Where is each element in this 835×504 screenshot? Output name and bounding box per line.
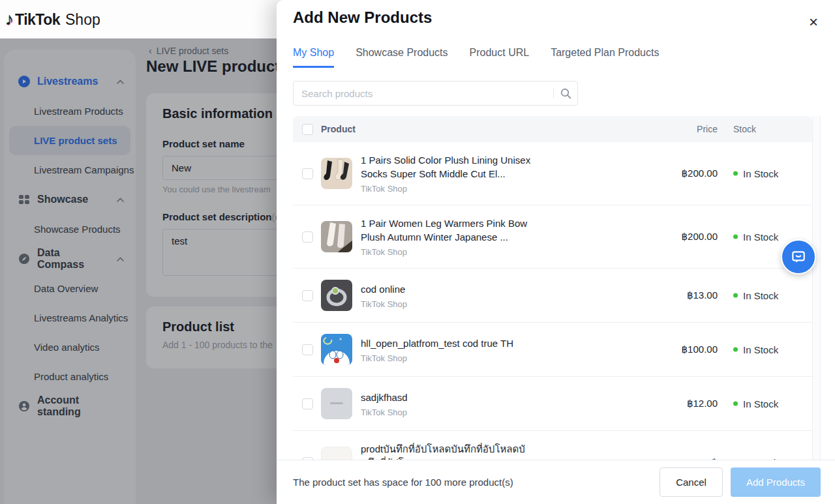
column-price: Price	[697, 124, 718, 134]
search-icon[interactable]	[554, 88, 577, 99]
product-stock: In Stock	[733, 231, 778, 243]
product-stock: In Stock	[733, 398, 778, 409]
stock-label: In Stock	[743, 231, 778, 243]
stock-label: In Stock	[743, 344, 778, 355]
table-row[interactable]: sadjkfhasd TikTok Shop ฿12.00 In Stock	[293, 377, 812, 431]
add-new-products-drawer: Add New Products × My Shop Showcase Prod…	[277, 0, 835, 504]
product-price: ฿100.00	[682, 344, 718, 355]
product-name: 1 Pair Women Leg Warmers Pink Bow Plush …	[361, 216, 532, 244]
table-row[interactable]: 1 Pairs Solid Color Plush Lining Unisex …	[293, 142, 812, 205]
product-image-placeholder	[321, 388, 352, 419]
product-name: hll_open_platfrom_test cod true TH	[361, 336, 513, 350]
in-stock-dot-icon	[733, 235, 738, 239]
tab-targeted-plan-products[interactable]: Targeted Plan Products	[551, 47, 659, 68]
tab-product-url[interactable]: Product URL	[470, 47, 530, 68]
stock-label: In Stock	[743, 168, 778, 179]
capacity-note: The product set has space for 100 more p…	[293, 477, 660, 488]
product-image-doraemon	[321, 334, 352, 365]
product-info: 1 Pairs Solid Color Plush Lining Unisex …	[361, 153, 532, 194]
table-header: Product Price Stock	[293, 116, 812, 142]
product-name: cod online	[361, 282, 407, 296]
column-stock: Stock	[733, 124, 756, 134]
product-shop: TikTok Shop	[361, 299, 407, 309]
product-shop: TikTok Shop	[361, 353, 513, 363]
table-row[interactable]: prodtบันทึกที่อัปโหลดบันทึกที่อัปโหลดบัน…	[293, 431, 812, 460]
table-row[interactable]: cod online TikTok Shop ฿13.00 In Stock	[293, 269, 812, 323]
product-stock: In Stock	[733, 290, 778, 301]
product-info: cod online TikTok Shop	[361, 282, 407, 309]
product-name: prodtบันทึกที่อัปโหลดบันทึกที่อัปโหลดบัน…	[361, 442, 532, 460]
tab-showcase-products[interactable]: Showcase Products	[356, 47, 448, 68]
product-name: 1 Pairs Solid Color Plush Lining Unisex …	[361, 153, 532, 181]
product-shop: TikTok Shop	[361, 408, 408, 417]
tiktok-shop-logo[interactable]: ♪ TikTok Shop	[5, 9, 100, 29]
product-stock: In Stock	[733, 168, 778, 179]
product-info: hll_open_platfrom_test cod true TH TikTo…	[361, 336, 513, 363]
drawer-tabs: My Shop Showcase Products Product URL Ta…	[293, 47, 659, 68]
product-info: 1 Pair Women Leg Warmers Pink Bow Plush …	[361, 216, 532, 257]
brand-tiktok: TikTok	[15, 11, 60, 29]
in-stock-dot-icon	[733, 348, 738, 352]
tiktok-note-icon: ♪	[5, 9, 14, 29]
product-shop: TikTok Shop	[361, 247, 532, 257]
row-checkbox[interactable]	[302, 231, 313, 243]
row-checkbox[interactable]	[302, 344, 313, 355]
product-image-bear	[321, 447, 352, 460]
in-stock-dot-icon	[733, 171, 738, 176]
row-checkbox[interactable]	[302, 168, 313, 179]
in-stock-dot-icon	[733, 402, 738, 406]
drawer-footer: The product set has space for 100 more p…	[277, 460, 835, 504]
stock-label: In Stock	[743, 398, 778, 409]
table-row[interactable]: 1 Pair Women Leg Warmers Pink Bow Plush …	[293, 205, 812, 269]
product-price: ฿200.00	[682, 231, 718, 243]
product-shop: TikTok Shop	[361, 184, 532, 194]
row-checkbox[interactable]	[302, 398, 313, 409]
product-stock: In Stock	[733, 344, 778, 355]
brand-shop: Shop	[65, 11, 100, 29]
chat-bubble-icon	[790, 248, 807, 265]
stock-label: In Stock	[743, 290, 778, 301]
product-info: prodtบันทึกที่อัปโหลดบันทึกที่อัปโหลดบัน…	[361, 442, 532, 460]
product-price: ฿12.00	[687, 398, 718, 409]
list-scrollbar[interactable]	[812, 116, 821, 460]
search-input[interactable]	[294, 88, 553, 99]
select-all-checkbox[interactable]	[302, 124, 313, 135]
product-price: ฿13.00	[687, 289, 718, 301]
product-info: sadjkfhasd TikTok Shop	[361, 391, 408, 417]
search-box	[293, 81, 578, 106]
table-row[interactable]: hll_open_platfrom_test cod true TH TikTo…	[293, 323, 812, 377]
add-products-button[interactable]: Add Products	[731, 467, 821, 497]
product-price: ฿200.00	[682, 168, 718, 179]
product-image-leg-warmers	[321, 221, 352, 252]
cancel-button[interactable]: Cancel	[660, 467, 723, 497]
product-name: sadjkfhasd	[361, 391, 408, 404]
product-image-socks	[321, 158, 352, 189]
column-product: Product	[321, 124, 356, 134]
tab-my-shop[interactable]: My Shop	[293, 47, 334, 68]
in-stock-dot-icon	[733, 293, 738, 298]
close-icon[interactable]: ×	[809, 14, 818, 30]
chat-support-button[interactable]	[781, 239, 816, 274]
product-list: 1 Pairs Solid Color Plush Lining Unisex …	[293, 142, 812, 460]
row-checkbox[interactable]	[302, 290, 313, 301]
product-image-ring	[321, 280, 352, 311]
drawer-title: Add New Products	[293, 8, 432, 27]
